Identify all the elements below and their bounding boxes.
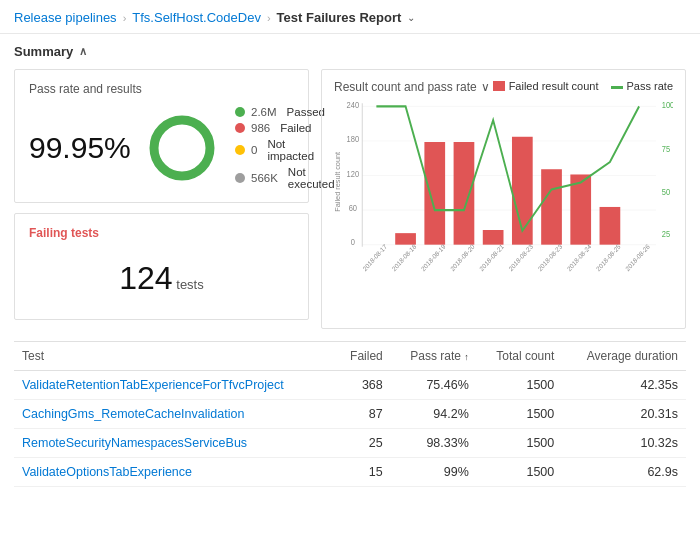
left-column: Pass rate and results 99.95% xyxy=(14,69,309,329)
svg-text:240: 240 xyxy=(347,101,360,110)
bar-6 xyxy=(541,169,562,244)
cell-pass-rate: 99% xyxy=(391,458,477,487)
not-executed-dot xyxy=(235,173,245,183)
breadcrumb-link-1[interactable]: Release pipelines xyxy=(14,10,117,25)
svg-text:2018-08-24: 2018-08-24 xyxy=(566,242,593,272)
table-row: CachingGms_RemoteCacheInvalidation 87 94… xyxy=(14,400,686,429)
cell-failed: 87 xyxy=(335,400,391,429)
cell-test-name[interactable]: RemoteSecurityNamespacesServiceBus xyxy=(14,429,335,458)
col-failed: Failed xyxy=(335,342,391,371)
cell-pass-rate: 94.2% xyxy=(391,400,477,429)
breadcrumb: Release pipelines › Tfs.SelfHost.CodeDev… xyxy=(0,0,700,34)
cell-failed: 368 xyxy=(335,371,391,400)
cell-avg-duration: 10.32s xyxy=(562,429,686,458)
pass-rate-percent: 99.95% xyxy=(29,131,129,165)
svg-text:75: 75 xyxy=(662,145,671,154)
failing-tests-card: Failing tests 124 tests xyxy=(14,213,309,320)
not-impacted-dot xyxy=(235,145,245,155)
col-avg-duration: Average duration xyxy=(562,342,686,371)
cell-pass-rate: 75.46% xyxy=(391,371,477,400)
svg-text:120: 120 xyxy=(347,169,360,178)
breadcrumb-link-2[interactable]: Tfs.SelfHost.CodeDev xyxy=(132,10,261,25)
svg-text:2018-08-26: 2018-08-26 xyxy=(624,242,651,272)
svg-text:2018-08-18: 2018-08-18 xyxy=(390,242,417,272)
cell-avg-duration: 62.9s xyxy=(562,458,686,487)
pass-rate-content: 99.95% xyxy=(29,106,294,190)
not-executed-count: 566K xyxy=(251,172,278,184)
donut-chart xyxy=(147,113,217,183)
bar-2 xyxy=(424,142,445,245)
svg-text:2018-08-20: 2018-08-20 xyxy=(449,242,476,272)
chart-passrate-label: Pass rate xyxy=(627,80,673,92)
svg-text:180: 180 xyxy=(347,135,360,144)
svg-text:2018-08-19: 2018-08-19 xyxy=(420,242,447,272)
chart-legend: Failed result count Pass rate xyxy=(493,80,673,92)
pass-rate-card: Pass rate and results 99.95% xyxy=(14,69,309,203)
col-test: Test xyxy=(14,342,335,371)
not-impacted-count: 0 xyxy=(251,144,257,156)
svg-text:2018-08-21: 2018-08-21 xyxy=(478,242,505,272)
table-row: ValidateRetentionTabExperienceForTfvcPro… xyxy=(14,371,686,400)
breadcrumb-dropdown-icon[interactable]: ⌄ xyxy=(407,12,415,23)
chart-title: Result count and pass rate ∨ xyxy=(334,80,490,94)
svg-text:2018-08-23: 2018-08-23 xyxy=(536,242,563,272)
cell-test-name[interactable]: ValidateRetentionTabExperienceForTfvcPro… xyxy=(14,371,335,400)
passed-label: Passed xyxy=(287,106,325,118)
svg-text:60: 60 xyxy=(349,204,358,213)
chart-card: Result count and pass rate ∨ Failed resu… xyxy=(321,69,686,329)
chart-failed-label: Failed result count xyxy=(509,80,599,92)
table-row: RemoteSecurityNamespacesServiceBus 25 98… xyxy=(14,429,686,458)
legend-failed: 986 Failed xyxy=(235,122,335,134)
svg-text:25: 25 xyxy=(662,230,671,239)
cell-failed: 15 xyxy=(335,458,391,487)
failing-count: 124 xyxy=(119,260,172,296)
pass-rate-legend: 2.6M Passed 986 Failed 0 Not impacted xyxy=(235,106,335,190)
failing-tests-label: tests xyxy=(176,277,203,292)
cell-total-count: 1500 xyxy=(477,371,562,400)
cell-total-count: 1500 xyxy=(477,429,562,458)
bar-3 xyxy=(454,142,475,245)
summary-label: Summary xyxy=(14,44,73,59)
breadcrumb-sep-2: › xyxy=(267,12,271,24)
chart-failed-icon xyxy=(493,81,505,91)
failed-label: Failed xyxy=(280,122,311,134)
failed-count: 986 xyxy=(251,122,270,134)
legend-not-impacted: 0 Not impacted xyxy=(235,138,335,162)
chart-title-text: Result count and pass rate xyxy=(334,80,477,94)
svg-text:50: 50 xyxy=(662,188,671,197)
table-row: ValidateOptionsTabExperience 15 99% 1500… xyxy=(14,458,686,487)
svg-text:2018-08-25: 2018-08-25 xyxy=(595,242,622,272)
passed-count: 2.6M xyxy=(251,106,277,118)
pass-rate-title: Pass rate and results xyxy=(29,82,294,96)
chart-header: Result count and pass rate ∨ Failed resu… xyxy=(334,80,673,94)
legend-passed: 2.6M Passed xyxy=(235,106,335,118)
sort-arrow-icon: ↑ xyxy=(464,352,469,362)
svg-text:2018-08-23: 2018-08-23 xyxy=(507,242,534,272)
summary-chevron-icon[interactable]: ∧ xyxy=(79,45,87,58)
chart-legend-pass-rate: Pass rate xyxy=(611,80,673,92)
bar-chart-svg: 240 180 120 60 0 100 75 50 25 xyxy=(334,98,673,318)
chart-dropdown-icon[interactable]: ∨ xyxy=(481,80,490,94)
summary-header: Summary ∧ xyxy=(14,44,686,59)
cell-test-name[interactable]: CachingGms_RemoteCacheInvalidation xyxy=(14,400,335,429)
results-table: Test Failed Pass rate ↑ Total count Aver… xyxy=(14,342,686,487)
cell-failed: 25 xyxy=(335,429,391,458)
svg-text:2018-08-17: 2018-08-17 xyxy=(361,242,388,272)
svg-point-3 xyxy=(160,126,204,170)
cell-total-count: 1500 xyxy=(477,400,562,429)
main-content: Summary ∧ Pass rate and results 99.95% xyxy=(0,34,700,497)
col-pass-rate[interactable]: Pass rate ↑ xyxy=(391,342,477,371)
chart-legend-failed: Failed result count xyxy=(493,80,599,92)
failed-dot xyxy=(235,123,245,133)
table-section: Test Failed Pass rate ↑ Total count Aver… xyxy=(14,341,686,487)
breadcrumb-sep-1: › xyxy=(123,12,127,24)
failing-tests-title: Failing tests xyxy=(29,226,294,240)
cell-test-name[interactable]: ValidateOptionsTabExperience xyxy=(14,458,335,487)
failing-count-container: 124 tests xyxy=(29,250,294,307)
bar-8 xyxy=(600,207,621,245)
chart-passrate-icon xyxy=(611,86,623,89)
cell-avg-duration: 20.31s xyxy=(562,400,686,429)
table-header-row: Test Failed Pass rate ↑ Total count Aver… xyxy=(14,342,686,371)
legend-not-executed: 566K Not executed xyxy=(235,166,335,190)
cell-avg-duration: 42.35s xyxy=(562,371,686,400)
